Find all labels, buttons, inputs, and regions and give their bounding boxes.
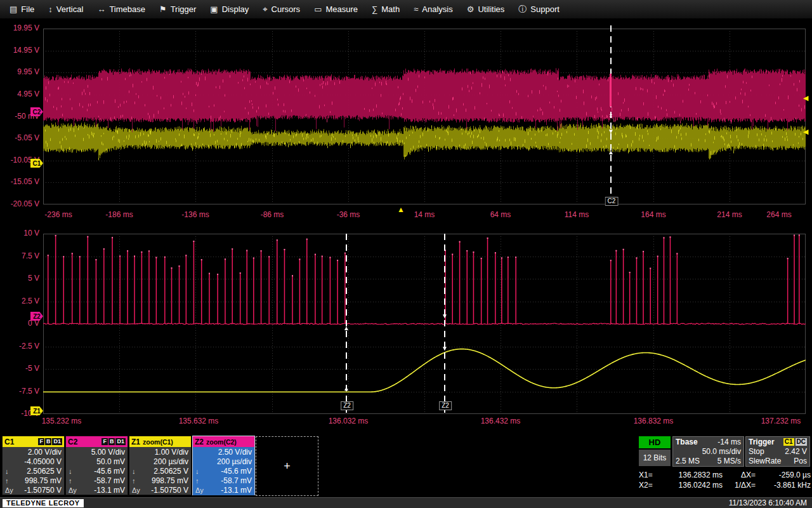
delta-y-value: -13.1 mV <box>94 486 125 495</box>
trigger-coupling-badge: DC <box>796 438 807 446</box>
cursor-arrow-up-icon: ▲ <box>343 385 350 392</box>
grid2-y-label: 10 V <box>1 229 39 238</box>
trigger-box[interactable]: Trigger C1 DC Stop2.42 V SlewRatePos <box>745 436 810 467</box>
menu-item-label: Measure <box>325 4 358 14</box>
descriptor-title: C1 <box>4 438 14 446</box>
trigger-flag-icon: ⚑ <box>159 4 167 14</box>
grid1-x-label: -36 ms <box>323 210 374 219</box>
menu-item-timebase[interactable]: ↔Timebase <box>90 1 152 17</box>
cursor2-value: 998.75 mV <box>152 476 188 486</box>
channel-tab-c2[interactable]: C2 <box>30 107 43 116</box>
channel-tab-z2[interactable]: Z2 <box>30 312 43 321</box>
grid1-x-label: 14 ms <box>399 210 450 219</box>
status-bar: TELEDYNE LECROY 11/13/2023 6:10:40 AM <box>0 497 812 508</box>
trigger-level-marker-icon[interactable]: ◀ <box>803 95 808 102</box>
descriptor-z1[interactable]: Z1 zoom(C1) 1.00 V/div 200 µs/div ↓2.506… <box>129 436 192 495</box>
menu-item-vertical[interactable]: ↕Vertical <box>41 1 90 17</box>
grid1-x-label: -236 ms <box>33 210 84 219</box>
trigger-level: 2.42 V <box>785 447 807 456</box>
delta-y-label: Δy <box>195 486 204 495</box>
cursor-cross-icon: × <box>609 112 613 119</box>
cursor1-icon: ↓ <box>195 467 199 476</box>
descriptor-title: Z2 <box>195 438 204 446</box>
bits-indicator: 12 Bits <box>639 450 671 466</box>
invdx-value: -3.861 kHz <box>756 481 811 490</box>
delta-y-label: Δy <box>5 486 13 495</box>
timebase-value: 200 µs/div <box>129 457 191 467</box>
grid1-x-label: 214 ms <box>704 210 755 219</box>
vdiv-value: 2.00 V/div <box>3 448 64 457</box>
descriptor-z2-body: 2.50 V/div 200 µs/div ↓-45.6 mV ↑-58.7 m… <box>193 447 254 495</box>
cursor1-icon: ↓ <box>69 467 72 476</box>
menu-item-support[interactable]: ⓘSupport <box>511 1 566 18</box>
grid1-x-label: 264 ms <box>754 210 804 219</box>
menu-item-utilities[interactable]: ⚙Utilities <box>460 1 512 17</box>
timebase-icon: ↔ <box>97 4 105 14</box>
grid1-x-label: 164 ms <box>628 210 679 219</box>
descriptor-z2[interactable]: Z2 zoom(C2) 2.50 V/div 200 µs/div ↓-45.6… <box>192 436 255 495</box>
cursor1-icon: ↓ <box>132 467 136 476</box>
menu-item-cursors[interactable]: ⌖Cursors <box>256 1 307 18</box>
channel-tab-z1[interactable]: Z1 <box>30 406 43 415</box>
menu-item-analysis[interactable]: ≈Analysis <box>407 1 460 17</box>
cursor-z2-label: Z2 <box>341 401 353 410</box>
cursor-trace-highlight <box>610 74 612 107</box>
descriptor-z1-body: 1.00 V/div 200 µs/div ↓2.50625 V ↑998.75… <box>129 447 191 495</box>
grid1-plot[interactable] <box>43 29 806 204</box>
cursors-icon: ⌖ <box>263 4 267 15</box>
file-icon: ▤ <box>10 4 17 14</box>
hd-mode-indicator[interactable]: HD <box>639 436 671 448</box>
menu-item-math[interactable]: ∑Math <box>365 1 407 17</box>
trigger-slope: Pos <box>794 457 807 465</box>
cursor2-icon: ↑ <box>69 476 72 486</box>
descriptor-subtitle: zoom(C1) <box>143 438 173 446</box>
delta-y-label: Δy <box>132 486 140 495</box>
cursor2-icon: ↑ <box>195 476 199 486</box>
menu-item-label: Math <box>381 4 400 14</box>
grid2-plot[interactable] <box>43 234 806 414</box>
timebase-box[interactable]: Tbase-14 ms 50.0 ms/div 2.5 MS5 MS/s <box>672 436 744 467</box>
cursor2-value: -58.7 mV <box>221 476 252 486</box>
plus-icon: + <box>284 460 291 473</box>
timebase-value: 200 µs/div <box>193 457 254 467</box>
offset-value: -4.05000 V <box>3 457 64 467</box>
cursor1-value: -45.6 mV <box>94 467 125 476</box>
menu-item-label: Support <box>530 4 560 14</box>
tbase-samples: 2.5 MS <box>676 457 700 465</box>
menu-item-trigger[interactable]: ⚑Trigger <box>152 1 203 17</box>
descriptor-c1[interactable]: C1 F B D1 2.00 V/div -4.05000 V ↓2.50625… <box>2 436 65 495</box>
analysis-icon: ≈ <box>414 4 418 14</box>
tbase-label: Tbase <box>676 438 698 446</box>
cursor1-value: 2.50625 V <box>154 467 188 476</box>
menu-item-label: Analysis <box>422 4 452 14</box>
display-icon: ▣ <box>210 4 218 14</box>
oscilloscope-app: ▤File ↕Vertical ↔Timebase ⚑Trigger ▣Disp… <box>0 0 812 508</box>
grid1-y-label: -20.05 V <box>1 199 39 209</box>
measure-icon: ▭ <box>314 4 322 14</box>
badge-b: B <box>45 438 52 445</box>
trigger-time-marker-icon[interactable]: ▲ <box>397 206 405 213</box>
descriptor-c2[interactable]: C2 F B D1 5.00 V/div 50.0 mV ↓-45.6 mV ↑… <box>65 436 128 495</box>
support-info-icon: ⓘ <box>518 4 527 15</box>
cursor-arrow-down-icon: ▼ <box>442 312 448 319</box>
trigger-label: Trigger <box>749 438 775 446</box>
grid1-x-label: 64 ms <box>475 210 526 219</box>
menu-item-display[interactable]: ▣Display <box>203 1 256 17</box>
badge-d1: D1 <box>115 438 126 445</box>
add-trace-button[interactable]: + <box>256 436 318 496</box>
cursor-arrow-down-icon: ▼ <box>608 128 614 135</box>
datetime-display: 11/13/2023 6:10:40 AM <box>729 498 807 507</box>
grid1-y-label: 4.95 V <box>1 90 39 99</box>
badge-b: B <box>108 438 115 445</box>
descriptor-z1-header: Z1 zoom(C1) <box>129 436 191 447</box>
tbase-offset: -14 ms <box>717 438 741 446</box>
menu-item-file[interactable]: ▤File <box>3 1 41 17</box>
teledyne-lecroy-logo: TELEDYNE LECROY <box>3 499 84 507</box>
channel-tab-c1[interactable]: C1 <box>30 159 43 168</box>
grid1-y-label: -5.05 V <box>1 133 39 143</box>
menu-item-measure[interactable]: ▭Measure <box>307 1 365 17</box>
grid2-y-label: -7.5 V <box>1 387 39 396</box>
cursor-x1-grid2[interactable] <box>444 234 445 414</box>
offset-level-marker-icon[interactable]: ◀ <box>803 128 808 135</box>
cursor1-value: -45.6 mV <box>221 467 252 476</box>
